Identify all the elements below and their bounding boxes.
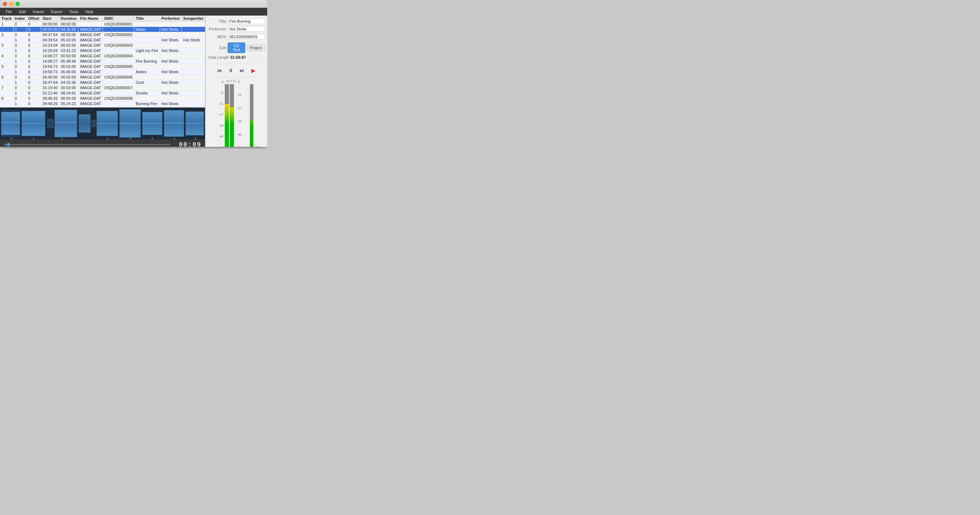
table-row[interactable]: 50019:56:7300:02:00IMAGE.DATUSQDJ0900005 <box>0 64 205 69</box>
table-cell <box>103 101 134 107</box>
menubar: File Edit Import Export Tools Help <box>0 8 267 16</box>
table-row[interactable]: 40014:06:2700:02:00IMAGE.DATUSQDJ0900004 <box>0 53 205 59</box>
table-cell: Water <box>134 27 160 32</box>
table-cell: IMAGE.DAT <box>78 91 103 96</box>
table-row[interactable]: 1026:47:0404:32:36IMAGE.DATCoolHot Shots <box>0 80 205 85</box>
btn-cdtext[interactable]: CD Text <box>228 43 245 53</box>
vu-scale-m60: -60 <box>213 146 223 147</box>
table-cell <box>0 27 13 32</box>
table-cell <box>134 22 160 27</box>
table-cell: 1 <box>13 27 27 32</box>
track-table-wrapper[interactable]: Track Index Offset Start Duration File N… <box>0 16 205 107</box>
vu-meter-section: 0 -5 -11 -17 -20 -40 -60 -16.0 (l) <box>208 79 265 147</box>
vu-mono-group <box>250 79 253 147</box>
right-panel: Title Fire Burning Performer Hot Shots M… <box>205 16 267 147</box>
menu-edit[interactable]: Edit <box>16 9 29 14</box>
mcn-value: 0813285908925 <box>228 34 265 40</box>
table-cell: 5 <box>0 64 13 69</box>
btn-project[interactable]: Project <box>247 45 265 51</box>
table-cell <box>134 53 160 59</box>
table-cell: 0 <box>27 22 41 27</box>
table-row[interactable]: 80039:46:2600:02:00IMAGE.DATUSQDJ0900008 <box>0 96 205 101</box>
col-isrc: ISRC <box>103 16 134 22</box>
table-cell: 00:02:00 <box>59 43 78 48</box>
table-cell: 6 <box>0 75 13 80</box>
vu-m-scale: -59 <box>255 79 259 147</box>
table-cell <box>181 69 205 75</box>
table-cell <box>103 80 134 85</box>
mcn-label: MCN <box>208 35 226 39</box>
table-cell: IMAGE.DAT <box>78 85 103 91</box>
performer-value: Hot Shots <box>228 26 265 32</box>
table-row[interactable]: 20004:37:5400:02:00IMAGE.DATUSQDJ0900002 <box>0 32 205 38</box>
table-cell: 0 <box>27 32 41 38</box>
title-label: Title <box>208 19 226 23</box>
svg-rect-11 <box>91 120 96 127</box>
table-cell: 4 <box>0 53 13 59</box>
table-cell <box>103 48 134 53</box>
table-row[interactable]: 70031:19:4000:02:00IMAGE.DATUSQDJ0900007 <box>0 85 205 91</box>
playback-bar: 00:09 <box>0 139 205 147</box>
vu-r-m23: -23 <box>237 120 248 123</box>
vu-scale-m5: -5 <box>213 91 223 94</box>
table-cell: 0 <box>13 64 27 69</box>
menu-export[interactable]: Export <box>48 9 65 14</box>
menu-import[interactable]: Import <box>30 9 47 14</box>
col-filename: File Name <box>78 16 103 22</box>
table-cell <box>103 69 134 75</box>
table-cell: 1 <box>13 69 27 75</box>
table-row[interactable]: 30010:23:0400:02:00IMAGE.DATUSQDJ0900003 <box>0 43 205 48</box>
table-cell <box>181 27 205 32</box>
table-cell: 00:02:00 <box>59 22 78 27</box>
menu-tools[interactable]: Tools <box>67 9 81 14</box>
fast-forward-button[interactable]: ⏭ <box>238 66 246 75</box>
table-cell: IMAGE.DAT <box>78 80 103 85</box>
table-cell: 0 <box>27 64 41 69</box>
table-cell: 26:45:00 <box>41 75 59 80</box>
table-cell <box>0 101 13 107</box>
table-cell: 0 <box>27 96 41 101</box>
menu-help[interactable]: Help <box>82 9 96 14</box>
table-cell: USQDJ0900002 <box>103 32 134 38</box>
table-row[interactable]: 10000:00:0000:02:00USQDJ0900001 <box>0 22 205 27</box>
table-row[interactable]: 1010:25:0403:41:23IMAGE.DATLight my Fire… <box>0 48 205 53</box>
table-row[interactable]: 1000:02:0004:35:54IMAGE.DATWaterHot Shot… <box>0 27 205 32</box>
title-value: Fire Burning <box>228 18 265 24</box>
table-cell: 04:39:54 <box>41 38 59 43</box>
table-cell: 04:37:54 <box>41 32 59 38</box>
table-row[interactable]: 1019:58:7306:46:06IMAGE.DATAshesHot Shot… <box>0 69 205 75</box>
waveform-canvas[interactable] <box>0 107 205 139</box>
table-row[interactable]: 1014:08:2705:48:46IMAGE.DATFire BurningH… <box>0 59 205 64</box>
table-cell <box>181 64 205 69</box>
maximize-button[interactable] <box>16 2 20 6</box>
vu-mask-l <box>225 84 229 104</box>
vu-r-m40: -40 <box>237 132 248 136</box>
table-cell <box>134 64 160 69</box>
table-cell <box>160 53 181 59</box>
playback-thumb[interactable] <box>7 143 10 147</box>
table-cell <box>181 96 205 101</box>
vu-bar-r <box>230 84 234 147</box>
table-cell: Cool <box>134 80 160 85</box>
table-cell: 0 <box>27 43 41 48</box>
minimize-button[interactable] <box>9 2 13 6</box>
table-row[interactable]: 1004:39:5405:43:25IMAGE.DATHot ShotsHot … <box>0 38 205 43</box>
menu-file[interactable]: File <box>3 9 15 14</box>
table-cell <box>134 32 160 38</box>
stop-button[interactable]: ▶ <box>249 66 258 75</box>
table-cell: Hot Shots <box>181 38 205 43</box>
close-button[interactable] <box>3 2 7 6</box>
playback-progress[interactable] <box>3 144 170 145</box>
table-cell: 0 <box>27 59 41 64</box>
table-cell: 10:23:04 <box>41 43 59 48</box>
table-row[interactable]: 1039:48:2605:24:23IMAGE.DATBurning FireH… <box>0 101 205 107</box>
table-cell: 0 <box>27 75 41 80</box>
table-cell: Burning Fire <box>134 101 160 107</box>
rewind-button[interactable]: ⏮ <box>215 66 224 75</box>
table-cell: IMAGE.DAT <box>78 48 103 53</box>
pause-button[interactable]: ⏸ <box>226 66 235 75</box>
table-row[interactable]: 1031:21:4008:24:61IMAGE.DATSmokeHot Shot… <box>0 91 205 96</box>
table-row[interactable]: 60026:45:0000:02:00IMAGE.DATUSQDJ0900006 <box>0 75 205 80</box>
titlebar <box>0 0 267 8</box>
left-panel: Track Index Offset Start Duration File N… <box>0 16 205 147</box>
